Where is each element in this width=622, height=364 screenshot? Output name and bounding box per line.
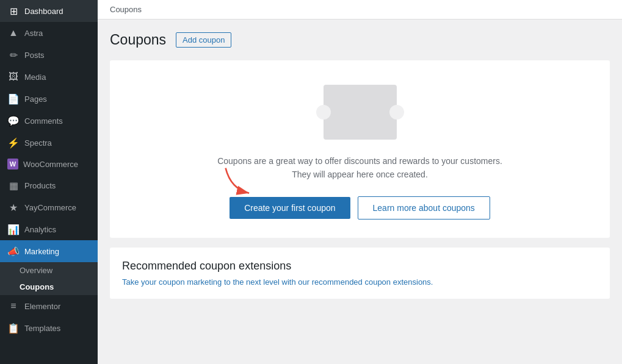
sidebar-item-pages[interactable]: 📄 Pages xyxy=(0,88,98,110)
sidebar-item-marketing[interactable]: 📣 Marketing xyxy=(0,240,98,262)
sidebar-item-label: Elementor xyxy=(24,302,60,311)
recommended-section: Recommended coupon extensions Take your … xyxy=(110,248,610,299)
spectra-icon: ⚡ xyxy=(7,137,20,149)
sidebar-item-label: Comments xyxy=(24,116,63,126)
astra-icon: ▲ xyxy=(7,27,20,39)
products-icon: ▦ xyxy=(7,179,20,191)
elementor-icon: ≡ xyxy=(7,300,20,312)
sidebar-item-label: YayCommerce xyxy=(24,203,76,212)
yaycommerce-icon: ★ xyxy=(7,201,20,213)
sidebar-item-label: Posts xyxy=(24,51,45,60)
topbar: Coupons xyxy=(98,0,622,20)
empty-actions: Create your first coupon Learn more abou… xyxy=(230,196,490,219)
pages-icon: 📄 xyxy=(7,93,20,105)
woocommerce-icon: W xyxy=(7,159,18,170)
sidebar-item-yaycommerce[interactable]: ★ YayCommerce xyxy=(0,196,98,218)
posts-icon: ✏ xyxy=(7,49,20,61)
sidebar-item-label: Templates xyxy=(24,324,60,333)
comments-icon: 💬 xyxy=(7,115,20,127)
red-arrow-container xyxy=(217,163,260,202)
recommended-title: Recommended coupon extensions xyxy=(122,260,598,273)
sidebar-item-products[interactable]: ▦ Products xyxy=(0,174,98,196)
sidebar-item-templates[interactable]: 📋 Templates xyxy=(0,317,98,339)
sidebar-item-woocommerce[interactable]: W WooCommerce xyxy=(0,154,98,174)
empty-state-card: Coupons are a great way to offer discoun… xyxy=(110,60,610,238)
sidebar-item-label: Marketing xyxy=(24,247,59,256)
sidebar-item-label: Dashboard xyxy=(24,7,63,16)
red-arrow-icon xyxy=(217,163,260,199)
sidebar-item-analytics[interactable]: 📊 Analytics xyxy=(0,218,98,240)
red-arrow-overview: → xyxy=(96,263,98,277)
overview-label: Overview xyxy=(20,266,52,275)
content-area: Coupons Add coupon Coupons are a great w… xyxy=(98,20,622,364)
sidebar-item-label: Astra xyxy=(24,29,43,38)
sidebar-item-media[interactable]: 🖼 Media xyxy=(0,66,98,88)
media-icon: 🖼 xyxy=(7,71,20,83)
analytics-icon: 📊 xyxy=(7,223,20,235)
sidebar-item-label: Products xyxy=(24,181,56,190)
sidebar-item-comments[interactable]: 💬 Comments xyxy=(0,110,98,132)
sidebar-subitem-coupons[interactable]: Coupons xyxy=(0,279,98,295)
sidebar-item-posts[interactable]: ✏ Posts xyxy=(0,44,98,66)
marketing-icon: 📣 xyxy=(7,245,20,257)
breadcrumb: Coupons xyxy=(110,5,142,14)
learn-more-coupons-button[interactable]: Learn more about coupons xyxy=(358,196,490,219)
add-coupon-button[interactable]: Add coupon xyxy=(176,32,231,48)
sidebar-item-label: WooCommerce xyxy=(23,160,78,169)
recommended-subtitle: Take your coupon marketing to the next l… xyxy=(122,277,598,287)
page-header: Coupons Add coupon xyxy=(110,32,610,48)
sidebar-item-spectra[interactable]: ⚡ Spectra xyxy=(0,132,98,154)
sidebar-item-label: Analytics xyxy=(24,225,56,234)
coupons-label: Coupons xyxy=(20,282,54,291)
page-title: Coupons xyxy=(110,32,166,48)
coupon-ticket-icon xyxy=(324,85,397,140)
sidebar-item-dashboard[interactable]: ⊞ Dashboard xyxy=(0,0,98,22)
main-content: Coupons Coupons Add coupon Coupons are a… xyxy=(98,0,622,364)
sidebar-item-label: Spectra xyxy=(24,138,52,148)
marketing-submenu: Overview → Coupons xyxy=(0,262,98,295)
sidebar-item-label: Media xyxy=(24,73,46,82)
sidebar-item-label: Pages xyxy=(24,95,47,104)
sidebar-item-elementor[interactable]: ≡ Elementor xyxy=(0,295,98,317)
sidebar: ⊞ Dashboard ▲ Astra ✏ Posts 🖼 Media 📄 Pa… xyxy=(0,0,98,364)
dashboard-icon: ⊞ xyxy=(7,5,20,17)
sidebar-subitem-overview[interactable]: Overview → xyxy=(0,262,98,279)
sidebar-item-astra[interactable]: ▲ Astra xyxy=(0,22,98,44)
templates-icon: 📋 xyxy=(7,322,20,334)
